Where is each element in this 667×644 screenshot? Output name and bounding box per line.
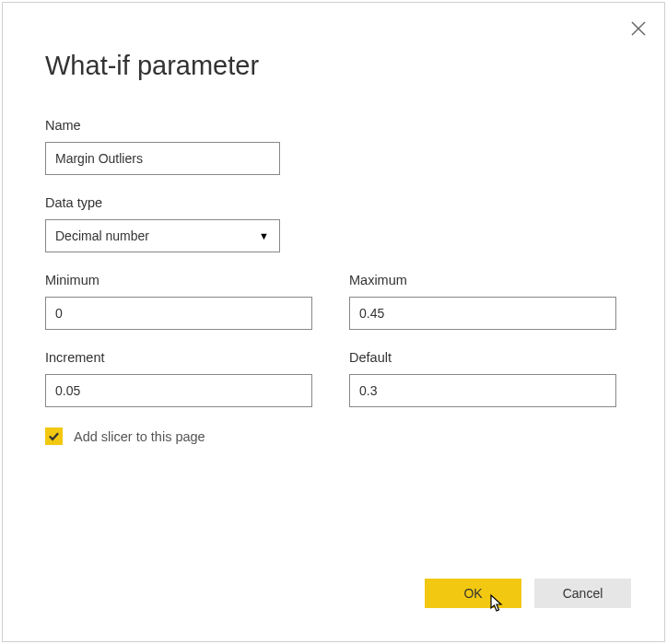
default-group: Default: [349, 350, 616, 407]
dialog-title: What-if parameter: [3, 3, 664, 81]
add-slicer-row: Add slicer to this page: [45, 427, 622, 445]
ok-button[interactable]: OK: [425, 579, 521, 608]
check-icon: [48, 430, 60, 442]
minimum-input[interactable]: [45, 297, 312, 330]
name-group: Name: [45, 118, 280, 175]
name-input[interactable]: [45, 142, 280, 175]
whatif-parameter-dialog: What-if parameter Name Data type Decimal…: [2, 2, 665, 642]
dialog-button-row: OK Cancel: [425, 579, 631, 608]
datatype-select[interactable]: Decimal number: [45, 219, 280, 252]
increment-group: Increment: [45, 350, 312, 407]
maximum-label: Maximum: [349, 273, 616, 287]
close-button[interactable]: [629, 19, 648, 38]
add-slicer-label: Add slicer to this page: [74, 429, 205, 444]
close-icon: [630, 20, 647, 37]
datatype-group: Data type Decimal number ▼: [45, 195, 280, 252]
maximum-input[interactable]: [349, 297, 616, 330]
default-input[interactable]: [349, 374, 616, 407]
add-slicer-checkbox[interactable]: [45, 427, 63, 445]
maximum-group: Maximum: [349, 273, 616, 330]
default-label: Default: [349, 350, 616, 365]
minimum-label: Minimum: [45, 273, 312, 287]
form-area: Name Data type Decimal number ▼ Minimum: [3, 81, 664, 445]
name-label: Name: [45, 118, 280, 133]
cancel-button[interactable]: Cancel: [534, 579, 631, 608]
increment-input[interactable]: [45, 374, 312, 407]
minimum-group: Minimum: [45, 273, 312, 330]
datatype-label: Data type: [45, 195, 280, 210]
increment-label: Increment: [45, 350, 312, 365]
